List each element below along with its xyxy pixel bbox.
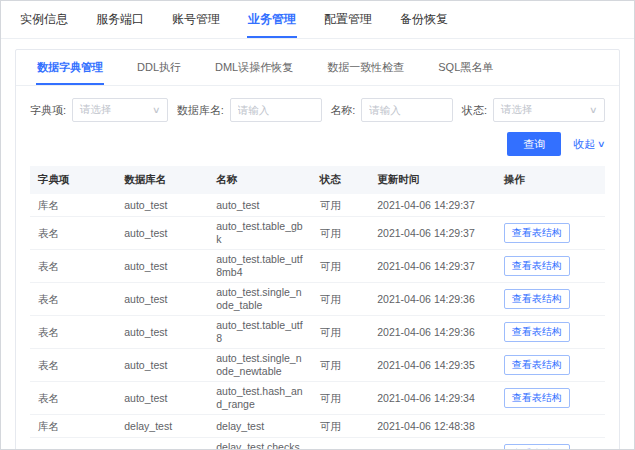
top-tab-business-mgmt[interactable]: 业务管理 — [247, 1, 297, 38]
column-header-actions: 操作 — [496, 166, 605, 194]
view-table-structure-button[interactable]: 查看表结构 — [504, 444, 570, 450]
db-name-input[interactable] — [230, 98, 322, 122]
cell-name: auto_test.table_utf8mb4 — [208, 250, 312, 282]
actions-row: 查询 收起 ∨ — [16, 122, 619, 164]
page: 实例信息 服务端口 账号管理 业务管理 配置管理 备份恢复 数据字典管理 DDL… — [0, 0, 635, 450]
table-row: 表名auto_testauto_test.table_utf8mb4可用2021… — [30, 250, 605, 283]
cell-update-time: 2021-04-06 14:29:36 — [369, 316, 496, 348]
table-row: 库名auto_testauto_test可用2021-04-06 14:29:3… — [30, 194, 605, 217]
cell-status: 可用 — [312, 194, 370, 216]
cell-status: 可用 — [312, 382, 370, 414]
select-placeholder: 请选择 — [501, 103, 533, 117]
cell-dict-item: 表名 — [30, 316, 116, 348]
cell-name: auto_test.single_node_table — [208, 283, 312, 315]
cell-name: delay_test.checksums — [208, 438, 312, 450]
cell-db-name: auto_test — [116, 250, 208, 282]
cell-status: 可用 — [312, 415, 370, 437]
content-card: 数据字典管理 DDL执行 DML误操作恢复 数据一致性检查 SQL黑名单 字典项… — [15, 49, 620, 450]
filter-status: 状态: 请选择 ∨ — [462, 98, 605, 122]
view-table-structure-button[interactable]: 查看表结构 — [504, 355, 570, 375]
data-table: 字典项 数据库名 名称 状态 更新时间 操作 库名auto_testauto_t… — [30, 166, 605, 450]
cell-dict-item: 库名 — [30, 415, 116, 437]
top-tab-backup-restore[interactable]: 备份恢复 — [399, 1, 449, 38]
cell-update-time: 2021-04-06 14:29:34 — [369, 382, 496, 414]
cell-actions: 查看表结构 — [496, 316, 605, 348]
db-name-label: 数据库名: — [177, 103, 224, 118]
cell-db-name: auto_test — [116, 194, 208, 216]
cell-name: auto_test — [208, 194, 312, 216]
table-row: 表名auto_testauto_test.single_node_table可用… — [30, 283, 605, 316]
cell-actions: 查看表结构 — [496, 349, 605, 381]
chevron-icon: ∨ — [597, 139, 606, 149]
filter-name: 名称: — [330, 98, 453, 122]
dict-item-select[interactable]: 请选择 ∨ — [72, 98, 168, 122]
name-input[interactable] — [361, 98, 453, 122]
table-row: 库名delay_testdelay_test可用2021-04-06 12:48… — [30, 415, 605, 438]
filter-db-name: 数据库名: — [177, 98, 322, 122]
cell-db-name: delay_test — [116, 438, 208, 450]
cell-actions: 查看表结构 — [496, 250, 605, 282]
chevron-down-icon: ∨ — [152, 105, 161, 115]
cell-update-time: 2021-04-06 14:29:36 — [369, 283, 496, 315]
collapse-button[interactable]: 收起 ∨ — [573, 137, 605, 152]
sub-tab-data-consistency-check[interactable]: 数据一致性检查 — [326, 50, 405, 85]
cell-db-name: auto_test — [116, 316, 208, 348]
cell-dict-item: 表名 — [30, 250, 116, 282]
sub-tab-ddl-execution[interactable]: DDL执行 — [136, 50, 182, 85]
cell-actions — [496, 415, 605, 437]
top-tab-config-mgmt[interactable]: 配置管理 — [323, 1, 373, 38]
cell-dict-item: 表名 — [30, 217, 116, 249]
cell-actions: 查看表结构 — [496, 217, 605, 249]
table-row: 表名auto_testauto_test.hash_and_range可用202… — [30, 382, 605, 415]
view-table-structure-button[interactable]: 查看表结构 — [504, 289, 570, 309]
cell-status: 可用 — [312, 217, 370, 249]
table-row: 表名auto_testauto_test.table_gbk可用2021-04-… — [30, 217, 605, 250]
cell-dict-item: 表名 — [30, 382, 116, 414]
cell-name: auto_test.single_node_newtable — [208, 349, 312, 381]
column-header-name: 名称 — [208, 166, 312, 194]
cell-dict-item: 表名 — [30, 438, 116, 450]
cell-name: auto_test.hash_and_range — [208, 382, 312, 414]
cell-actions: 查看表结构 — [496, 283, 605, 315]
cell-dict-item: 表名 — [30, 349, 116, 381]
view-table-structure-button[interactable]: 查看表结构 — [504, 322, 570, 342]
view-table-structure-button[interactable]: 查看表结构 — [504, 256, 570, 276]
table-body: 库名auto_testauto_test可用2021-04-06 14:29:3… — [30, 194, 605, 450]
view-table-structure-button[interactable]: 查看表结构 — [504, 223, 570, 243]
top-tab-service-port[interactable]: 服务端口 — [95, 1, 145, 38]
cell-db-name: auto_test — [116, 382, 208, 414]
cell-update-time: 2021-04-06 14:29:37 — [369, 250, 496, 282]
cell-status: 可用 — [312, 283, 370, 315]
top-tab-instance-info[interactable]: 实例信息 — [19, 1, 69, 38]
search-button[interactable]: 查询 — [507, 132, 561, 156]
sub-tab-data-dictionary[interactable]: 数据字典管理 — [36, 50, 104, 85]
status-select[interactable]: 请选择 ∨ — [493, 98, 605, 122]
name-label: 名称: — [330, 103, 355, 118]
filter-bar: 字典项: 请选择 ∨ 数据库名: 名称: 状态: 请选择 ∨ — [16, 86, 619, 122]
column-header-db-name: 数据库名 — [116, 166, 208, 194]
column-header-dict-item: 字典项 — [30, 166, 116, 194]
sub-tab-sql-blacklist[interactable]: SQL黑名单 — [437, 50, 494, 85]
collapse-label: 收起 — [573, 137, 595, 152]
cell-actions: 查看表结构 — [496, 438, 605, 450]
cell-update-time: 2021-04-06 14:29:37 — [369, 194, 496, 216]
cell-name: delay_test — [208, 415, 312, 437]
cell-actions — [496, 194, 605, 216]
column-header-update-time: 更新时间 — [369, 166, 496, 194]
cell-status: 可用 — [312, 250, 370, 282]
cell-name: auto_test.table_gbk — [208, 217, 312, 249]
cell-dict-item: 库名 — [30, 194, 116, 216]
top-tab-account-mgmt[interactable]: 账号管理 — [171, 1, 221, 38]
view-table-structure-button[interactable]: 查看表结构 — [504, 388, 570, 408]
select-placeholder: 请选择 — [80, 103, 112, 117]
cell-db-name: auto_test — [116, 349, 208, 381]
cell-status: 可用 — [312, 316, 370, 348]
sub-tab-dml-recovery[interactable]: DML误操作恢复 — [214, 50, 294, 85]
sub-nav: 数据字典管理 DDL执行 DML误操作恢复 数据一致性检查 SQL黑名单 — [16, 50, 619, 86]
column-header-status: 状态 — [312, 166, 370, 194]
cell-status: 可用 — [312, 438, 370, 450]
status-label: 状态: — [462, 103, 487, 118]
table-row: 表名delay_testdelay_test.checksums可用2021-0… — [30, 438, 605, 450]
table-header: 字典项 数据库名 名称 状态 更新时间 操作 — [30, 166, 605, 194]
filter-dict-item: 字典项: 请选择 ∨ — [30, 98, 168, 122]
